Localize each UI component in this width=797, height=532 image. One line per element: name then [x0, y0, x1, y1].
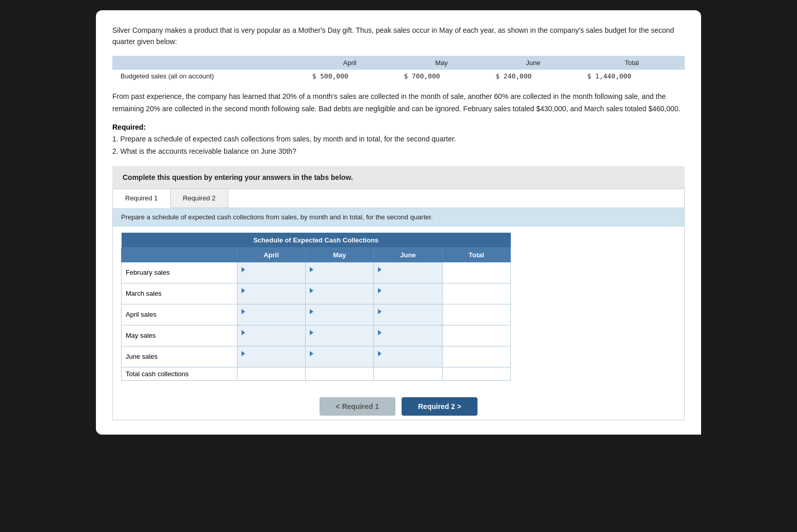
- total-row: Total cash collections: [122, 367, 511, 380]
- june-may-input[interactable]: [310, 357, 369, 364]
- tab-instruction: Prepare a schedule of expected cash coll…: [113, 208, 684, 227]
- schedule-wrapper: Schedule of Expected Cash Collections Ap…: [113, 227, 684, 389]
- march-april-input[interactable]: [242, 294, 301, 301]
- experience-text: From past experience, the company has le…: [112, 91, 685, 115]
- june-june-cell[interactable]: [374, 346, 442, 367]
- table-row: February sales: [122, 262, 511, 283]
- march-may-input[interactable]: [310, 294, 369, 301]
- budget-may: $ 700,000: [395, 70, 487, 83]
- total-april-input[interactable]: [242, 370, 301, 378]
- february-may-input[interactable]: [310, 273, 369, 280]
- table-row: May sales: [122, 325, 511, 346]
- march-june-cell[interactable]: [374, 283, 442, 304]
- triangle-marker: [378, 288, 382, 293]
- april-total-cell: [442, 304, 510, 325]
- june-june-input[interactable]: [378, 357, 437, 364]
- row-label-april: April sales: [122, 304, 237, 325]
- schedule-header-label: [122, 248, 237, 262]
- february-june-cell[interactable]: [374, 262, 442, 283]
- schedule-title: Schedule of Expected Cash Collections: [122, 233, 511, 248]
- required-list: 1. Prepare a schedule of expected cash c…: [112, 133, 685, 158]
- total-june-cell[interactable]: [374, 367, 442, 380]
- may-may-cell[interactable]: [305, 325, 373, 346]
- required-title: Required:: [112, 123, 685, 131]
- triangle-marker: [310, 267, 313, 272]
- complete-banner: Complete this question by entering your …: [112, 166, 685, 189]
- row-label-june: June sales: [122, 346, 237, 367]
- march-may-cell[interactable]: [305, 283, 373, 304]
- total-may-input[interactable]: [310, 370, 369, 378]
- february-april-input[interactable]: [242, 273, 301, 280]
- june-may-cell[interactable]: [305, 346, 373, 367]
- budget-june: $ 240,000: [487, 70, 579, 83]
- prev-button[interactable]: < Required 1: [320, 397, 395, 416]
- budget-april: $ 500,000: [304, 70, 396, 83]
- triangle-marker: [242, 267, 245, 272]
- may-april-input[interactable]: [242, 336, 301, 343]
- budget-col-april: April: [304, 56, 396, 70]
- february-total-cell: [442, 262, 510, 283]
- april-june-cell[interactable]: [374, 304, 442, 325]
- budget-col-june: June: [487, 56, 579, 70]
- budget-col-label: [112, 56, 304, 70]
- budget-total: $ 1,440,000: [579, 70, 685, 83]
- april-april-cell[interactable]: [237, 304, 305, 325]
- triangle-marker: [310, 288, 313, 293]
- may-total-cell: [442, 325, 510, 346]
- total-may-cell[interactable]: [305, 367, 373, 380]
- table-row: March sales: [122, 283, 511, 304]
- april-april-input[interactable]: [242, 315, 301, 322]
- total-total-cell[interactable]: [442, 367, 510, 380]
- total-june-input[interactable]: [378, 370, 437, 378]
- triangle-marker: [378, 267, 382, 272]
- budget-row-label: Budgeted sales (all on account): [112, 70, 304, 83]
- february-may-cell[interactable]: [305, 262, 373, 283]
- triangle-marker: [378, 330, 382, 335]
- row-label-march: March sales: [122, 283, 237, 304]
- schedule-header-june: June: [374, 248, 442, 262]
- schedule-header-april: April: [237, 248, 305, 262]
- schedule-header-total: Total: [442, 248, 510, 262]
- schedule-header-row: April May June Total: [122, 248, 511, 262]
- may-april-cell[interactable]: [237, 325, 305, 346]
- total-april-cell[interactable]: [237, 367, 305, 380]
- april-may-cell[interactable]: [305, 304, 373, 325]
- february-june-input[interactable]: [378, 273, 437, 280]
- tab-required-2[interactable]: Required 2: [171, 189, 229, 208]
- nav-buttons: < Required 1 Required 2 >: [113, 389, 684, 420]
- april-may-input[interactable]: [310, 315, 369, 322]
- triangle-marker: [378, 309, 382, 314]
- triangle-marker: [242, 309, 245, 314]
- triangle-marker: [310, 351, 313, 356]
- complete-banner-text: Complete this question by entering your …: [123, 173, 353, 181]
- next-button[interactable]: Required 2 >: [402, 397, 477, 416]
- page-container: Silver Company makes a product that is v…: [96, 10, 701, 435]
- table-row: June sales: [122, 346, 511, 367]
- total-total-input[interactable]: [447, 370, 506, 378]
- june-total-cell: [442, 346, 510, 367]
- tabs-nav: Required 1 Required 2: [113, 189, 684, 208]
- triangle-marker: [242, 288, 245, 293]
- row-label-may: May sales: [122, 325, 237, 346]
- march-total-cell: [442, 283, 510, 304]
- required-section: Required: 1. Prepare a schedule of expec…: [112, 123, 685, 158]
- may-may-input[interactable]: [310, 336, 369, 343]
- schedule-title-row: Schedule of Expected Cash Collections: [122, 233, 511, 248]
- triangle-marker: [242, 351, 245, 356]
- march-april-cell[interactable]: [237, 283, 305, 304]
- march-june-input[interactable]: [378, 294, 437, 301]
- intro-text: Silver Company makes a product that is v…: [112, 25, 685, 48]
- budget-col-total: Total: [579, 56, 685, 70]
- tabs-outer: Required 1 Required 2 Prepare a schedule…: [112, 189, 685, 420]
- april-june-input[interactable]: [378, 315, 437, 322]
- row-label-february: February sales: [122, 262, 237, 283]
- budget-table: April May June Total Budgeted sales (all…: [112, 56, 685, 83]
- may-june-input[interactable]: [378, 336, 437, 343]
- june-april-cell[interactable]: [237, 346, 305, 367]
- february-april-cell[interactable]: [237, 262, 305, 283]
- may-june-cell[interactable]: [374, 325, 442, 346]
- required-item-2: 2. What is the accounts receivable balan…: [112, 146, 685, 158]
- june-april-input[interactable]: [242, 357, 301, 364]
- total-label: Total cash collections: [122, 367, 237, 380]
- tab-required-1[interactable]: Required 1: [113, 189, 171, 208]
